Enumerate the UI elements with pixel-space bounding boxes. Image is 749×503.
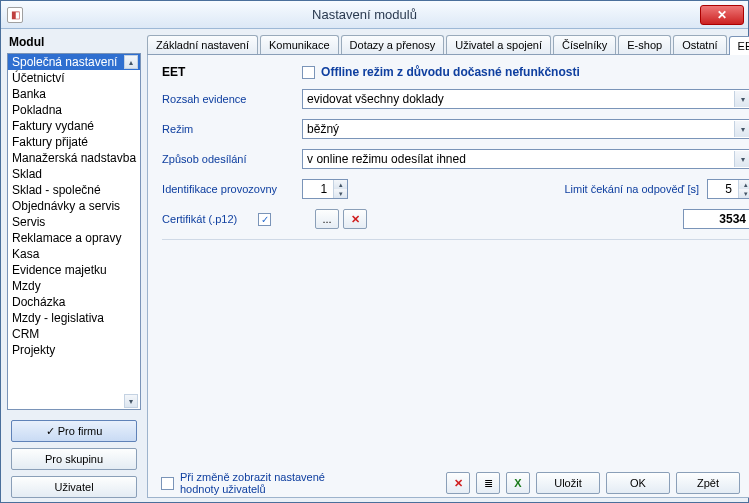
rozsah-label: Rozsah evidence: [162, 93, 302, 105]
provoz-label: Identifikace provozovny: [162, 183, 302, 195]
module-item[interactable]: Pokladna: [8, 102, 140, 118]
save-button[interactable]: Uložit: [536, 472, 600, 494]
module-settings-window: ◧ Nastavení modulů ✕ Modul ▴ ▾ Společná …: [0, 0, 749, 503]
rezim-value: běžný: [307, 122, 339, 136]
tab-dotazy-a-p-enosy[interactable]: Dotazy a přenosy: [341, 35, 445, 54]
hint-line1: Při změně zobrazit nastavené: [180, 471, 325, 483]
limit-label: Limit čekání na odpověď [s]: [564, 183, 699, 195]
tabs: Základní nastaveníKomunikaceDotazy a pře…: [147, 33, 749, 55]
chevron-down-icon: ▾: [734, 91, 749, 107]
hint-checkbox[interactable]: [161, 477, 174, 490]
left-panel: Modul ▴ ▾ Společná nastaveníÚčetnictvíBa…: [1, 29, 145, 502]
close-button[interactable]: ✕: [700, 5, 744, 25]
module-item[interactable]: CRM: [8, 326, 140, 342]
tab--seln-ky[interactable]: Číselníky: [553, 35, 616, 54]
tab-u-ivatel-a-spojen-[interactable]: Uživatel a spojení: [446, 35, 551, 54]
footer: Při změně zobrazit nastavené hodnoty uži…: [161, 470, 740, 496]
module-item[interactable]: Projekty: [8, 342, 140, 358]
zpusob-value: v online režimu odesílat ihned: [307, 152, 466, 166]
spin-down-icon[interactable]: ▾: [333, 189, 347, 198]
provoz-input[interactable]: [303, 181, 329, 197]
module-item[interactable]: Kasa: [8, 246, 140, 262]
list-icon: ≣: [484, 477, 493, 490]
tab-eet[interactable]: EET: [729, 36, 749, 55]
zpusob-label: Způsob odesílání: [162, 153, 302, 165]
cert-checkbox[interactable]: ✓: [258, 213, 271, 226]
check-icon: ✓: [261, 214, 269, 225]
provoz-spinner[interactable]: ▴▾: [302, 179, 348, 199]
delete-icon: ✕: [351, 213, 360, 226]
offline-group: Offline režim z důvodu dočasné nefunkčno…: [302, 65, 580, 79]
scroll-up-icon[interactable]: ▴: [124, 55, 138, 69]
tab-ostatn-[interactable]: Ostatní: [673, 35, 726, 54]
tab-e-shop[interactable]: E-shop: [618, 35, 671, 54]
zpusob-select[interactable]: v online režimu odesílat ihned ▾: [302, 149, 749, 169]
chevron-down-icon: ▾: [734, 121, 749, 137]
limit-input[interactable]: [708, 181, 734, 197]
ok-button[interactable]: OK: [606, 472, 670, 494]
offline-label: Offline režim z důvodu dočasné nefunkčno…: [321, 65, 580, 79]
footer-excel-button[interactable]: X: [506, 472, 530, 494]
excel-icon: X: [514, 477, 521, 489]
tab-komunikace[interactable]: Komunikace: [260, 35, 339, 54]
module-item[interactable]: Banka: [8, 86, 140, 102]
scope-firm-button[interactable]: ✓ Pro firmu: [11, 420, 137, 442]
rezim-label: Režim: [162, 123, 302, 135]
window-title: Nastavení modulů: [29, 7, 700, 22]
module-item[interactable]: Docházka: [8, 294, 140, 310]
chevron-down-icon: ▾: [734, 151, 749, 167]
module-item[interactable]: Společná nastavení: [8, 54, 140, 70]
scope-user-button[interactable]: Uživatel: [11, 476, 137, 498]
tab-z-kladn-nastaven-[interactable]: Základní nastavení: [147, 35, 258, 54]
titlebar: ◧ Nastavení modulů ✕: [1, 1, 748, 29]
scroll-down-icon[interactable]: ▾: [124, 394, 138, 408]
spin-up-icon[interactable]: ▴: [738, 180, 749, 189]
content-area: Modul ▴ ▾ Společná nastaveníÚčetnictvíBa…: [1, 29, 748, 502]
scope-buttons: ✓ Pro firmu Pro skupinu Uživatel: [7, 420, 141, 498]
back-button[interactable]: Zpět: [676, 472, 740, 494]
module-item[interactable]: Faktury vydané: [8, 118, 140, 134]
cert-id-box: 3534: [683, 209, 749, 229]
module-item[interactable]: Mzdy - legislativa: [8, 310, 140, 326]
module-item[interactable]: Evidence majetku: [8, 262, 140, 278]
limit-spinner[interactable]: ▴▾: [707, 179, 749, 199]
cert-browse-button[interactable]: ...: [315, 209, 339, 229]
offline-checkbox[interactable]: [302, 66, 315, 79]
divider: [162, 239, 749, 240]
cert-delete-button[interactable]: ✕: [343, 209, 367, 229]
module-item[interactable]: Manažerská nadstavba: [8, 150, 140, 166]
spin-down-icon[interactable]: ▾: [738, 189, 749, 198]
rezim-select[interactable]: běžný ▾: [302, 119, 749, 139]
close-icon: ✕: [717, 8, 727, 22]
module-item[interactable]: Mzdy: [8, 278, 140, 294]
eet-title: EET: [162, 65, 302, 79]
module-item[interactable]: Servis: [8, 214, 140, 230]
scope-group-button[interactable]: Pro skupinu: [11, 448, 137, 470]
module-item[interactable]: Sklad: [8, 166, 140, 182]
delete-icon: ✕: [454, 477, 463, 490]
footer-delete-button[interactable]: ✕: [446, 472, 470, 494]
right-panel: Základní nastaveníKomunikaceDotazy a pře…: [145, 29, 749, 502]
hint-line2: hodnoty uživatelů: [180, 483, 325, 495]
module-item[interactable]: Reklamace a opravy: [8, 230, 140, 246]
rozsah-value: evidovat všechny doklady: [307, 92, 444, 106]
module-item[interactable]: Faktury přijaté: [8, 134, 140, 150]
footer-list-button[interactable]: ≣: [476, 472, 500, 494]
rozsah-select[interactable]: evidovat všechny doklady ▾: [302, 89, 749, 109]
tab-eet: EET Offline režim z důvodu dočasné nefun…: [147, 55, 749, 498]
app-icon: ◧: [7, 7, 23, 23]
module-item[interactable]: Sklad - společné: [8, 182, 140, 198]
module-list[interactable]: ▴ ▾ Společná nastaveníÚčetnictvíBankaPok…: [7, 53, 141, 410]
module-heading: Modul: [9, 35, 141, 49]
module-item[interactable]: Účetnictví: [8, 70, 140, 86]
cert-label: Certifikát (.p12): [162, 213, 258, 225]
spin-up-icon[interactable]: ▴: [333, 180, 347, 189]
module-item[interactable]: Objednávky a servis: [8, 198, 140, 214]
